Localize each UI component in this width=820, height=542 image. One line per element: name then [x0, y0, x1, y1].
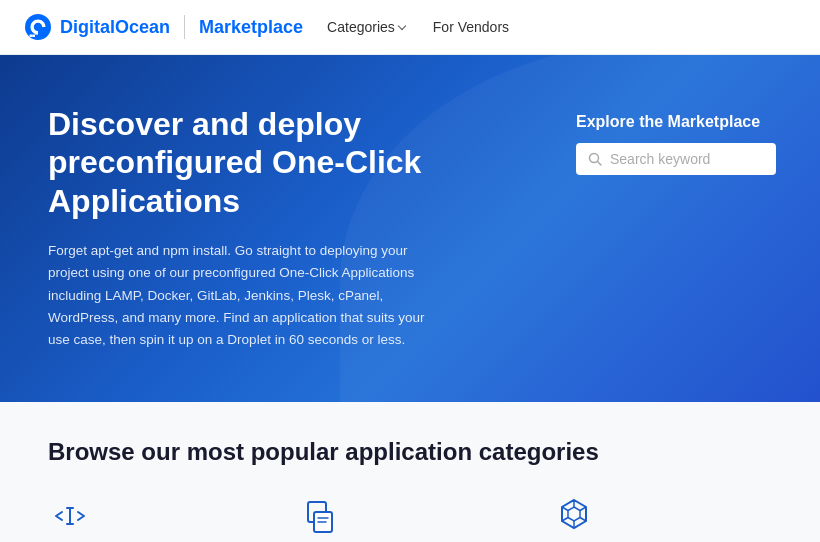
svg-rect-1: [35, 32, 38, 35]
logo-link[interactable]: DigitalOcean: [24, 13, 170, 41]
svg-marker-14: [568, 507, 580, 521]
vendors-nav-link[interactable]: For Vendors: [433, 19, 509, 35]
svg-rect-3: [30, 35, 33, 38]
hero-title: Discover and deploy preconfigured One-Cl…: [48, 105, 468, 220]
svg-point-0: [25, 14, 51, 40]
dev-tools-icon: [48, 494, 92, 538]
frameworks-icon: [552, 494, 596, 538]
categories-grid: Developer Tools Docker, Gitlab, and othe…: [48, 494, 772, 543]
search-input[interactable]: [610, 151, 764, 167]
hero-section: Discover and deploy preconfigured One-Cl…: [0, 55, 820, 402]
navbar: DigitalOcean Marketplace Categories For …: [0, 0, 820, 55]
svg-rect-2: [32, 35, 35, 38]
category-card-frameworks[interactable]: Frameworks Droplets preconfigured with p…: [552, 494, 772, 543]
nav-divider: [184, 15, 185, 39]
logo-text: DigitalOcean: [60, 17, 170, 38]
chevron-down-icon: [398, 22, 406, 30]
blogs-icon: [300, 494, 344, 538]
nav-links: Categories For Vendors: [327, 19, 509, 35]
categories-title: Browse our most popular application cate…: [48, 438, 772, 466]
digitalocean-icon: [24, 13, 52, 41]
category-card-blogs[interactable]: Blogs & Forums Keep in touch with your c…: [300, 494, 520, 543]
search-box[interactable]: [576, 143, 776, 175]
search-icon: [588, 152, 602, 166]
categories-section: Browse our most popular application cate…: [0, 402, 820, 543]
explore-label: Explore the Marketplace: [576, 113, 796, 131]
category-card-dev-tools[interactable]: Developer Tools Docker, Gitlab, and othe…: [48, 494, 268, 543]
categories-nav-link[interactable]: Categories: [327, 19, 405, 35]
hero-description: Forget apt-get and npm install. Go strai…: [48, 240, 428, 351]
svg-line-5: [598, 162, 602, 166]
hero-right: Explore the Marketplace: [576, 105, 796, 175]
hero-left: Discover and deploy preconfigured One-Cl…: [48, 105, 468, 352]
marketplace-nav-label[interactable]: Marketplace: [199, 17, 303, 38]
